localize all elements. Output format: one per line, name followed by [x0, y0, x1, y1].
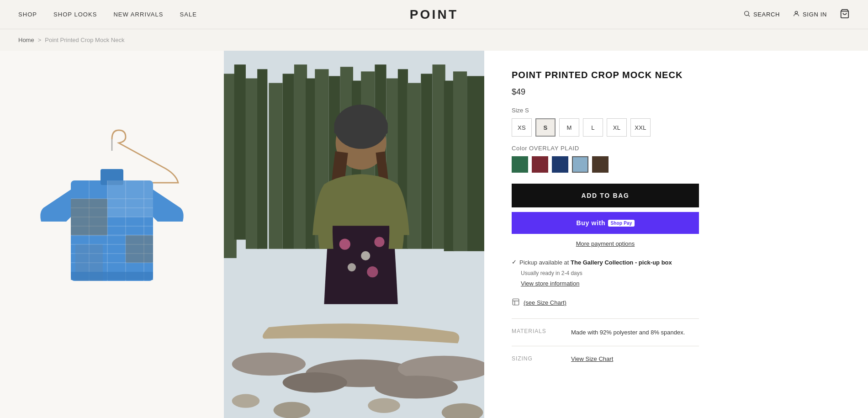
main-content: POINT PRINTED CROP MOCK NECK $49 Size S … [0, 51, 868, 418]
svg-rect-29 [269, 83, 282, 249]
nav-shop[interactable]: SHOP [18, 11, 37, 18]
svg-point-53 [273, 402, 310, 418]
swatch-navy[interactable] [552, 156, 568, 173]
search-button[interactable]: SEARCH [743, 10, 780, 19]
size-xs[interactable]: XS [512, 118, 532, 137]
color-swatches [512, 156, 699, 173]
size-label: Size S [512, 107, 699, 114]
svg-rect-31 [294, 64, 307, 249]
svg-rect-41 [407, 83, 421, 249]
svg-point-2 [795, 11, 797, 14]
selected-color-label: OVERLAY PLAID [529, 145, 579, 152]
cart-button[interactable] [840, 9, 850, 21]
user-icon [793, 10, 800, 19]
svg-point-59 [339, 239, 350, 250]
swatch-burgundy[interactable] [532, 156, 548, 173]
search-icon [743, 10, 751, 19]
svg-point-50 [283, 372, 347, 392]
product-price: $49 [512, 87, 699, 97]
size-xl[interactable]: XL [607, 118, 627, 137]
svg-rect-58 [334, 122, 388, 133]
buy-with-label: Buy with [576, 219, 605, 227]
size-l[interactable]: L [583, 118, 603, 137]
size-s[interactable]: S [535, 118, 556, 137]
sign-in-button[interactable]: SIGN IN [793, 10, 827, 19]
svg-rect-20 [126, 235, 153, 263]
materials-row: MATERIALS Made with 92% polyester and 8%… [512, 328, 699, 337]
navbar: SHOP SHOP LOOKS NEW ARRIVALS SALE POINT … [0, 0, 868, 29]
swatch-dark-brown[interactable] [592, 156, 609, 173]
size-m[interactable]: M [559, 118, 579, 137]
nav-shop-looks[interactable]: SHOP LOOKS [53, 11, 97, 18]
size-options: XS S M L XL XXL [512, 118, 699, 137]
swatch-forest-green[interactable] [512, 156, 528, 173]
svg-rect-26 [234, 64, 246, 239]
svg-rect-44 [444, 81, 454, 251]
product-image-right [224, 51, 484, 418]
view-size-chart-link[interactable]: View Size Chart [571, 355, 613, 362]
svg-point-51 [375, 376, 458, 398]
materials-value: Made with 92% polyester and 8% spandex. [571, 328, 685, 337]
svg-rect-42 [421, 74, 432, 249]
product-panel: POINT PRINTED CROP MOCK NECK $49 Size S … [484, 51, 722, 418]
materials-key: MATERIALS [512, 328, 557, 337]
product-image-left [0, 51, 224, 418]
product-sweater-image [34, 126, 190, 345]
svg-point-52 [232, 394, 260, 408]
selected-size-label: S [525, 107, 529, 114]
shop-pay-button[interactable]: Buy with Shop Pay [512, 212, 699, 234]
size-chart-icon [512, 298, 520, 307]
svg-rect-45 [453, 71, 467, 251]
divider-2 [512, 346, 699, 346]
nav-sale[interactable]: SALE [180, 11, 196, 18]
sign-in-label: SIGN IN [803, 11, 827, 18]
svg-rect-46 [467, 76, 484, 251]
size-xxl[interactable]: XXL [630, 118, 651, 137]
svg-rect-27 [246, 79, 259, 249]
svg-rect-64 [513, 299, 519, 305]
svg-rect-22 [107, 180, 153, 217]
nav-left: SHOP SHOP LOOKS NEW ARRIVALS SALE [18, 11, 197, 18]
pickup-check-icon: ✓ [512, 259, 517, 265]
svg-rect-43 [432, 64, 445, 249]
images-panel [0, 51, 484, 418]
color-section: Color OVERLAY PLAID [512, 145, 699, 173]
pickup-ready-text: Usually ready in 2-4 days [521, 270, 699, 276]
size-chart-text: (see Size Chart) [524, 299, 566, 306]
color-label: Color OVERLAY PLAID [512, 145, 699, 152]
svg-point-0 [745, 11, 749, 16]
nav-new-arrivals[interactable]: NEW ARRIVALS [113, 11, 163, 18]
breadcrumb-home[interactable]: Home [18, 37, 34, 43]
svg-rect-28 [257, 69, 267, 249]
svg-point-54 [368, 398, 400, 413]
more-payment-link[interactable]: More payment options [512, 240, 699, 247]
add-to-bag-button[interactable]: ADD TO BAG [512, 184, 699, 207]
swatch-light-blue[interactable] [572, 156, 588, 173]
svg-point-47 [232, 353, 306, 376]
breadcrumb-current: Point Printed Crop Mock Neck [45, 37, 124, 43]
sizing-key: SIZING [512, 355, 557, 362]
pickup-text: Pickup available at The Gallery Collecti… [519, 258, 672, 267]
svg-point-61 [374, 237, 384, 247]
site-logo[interactable]: POINT [410, 7, 459, 22]
sizing-row: SIZING View Size Chart [512, 355, 699, 362]
pickup-location: The Gallery Collection - pick-up box [571, 259, 672, 266]
svg-rect-19 [71, 199, 107, 235]
svg-line-1 [748, 15, 750, 16]
breadcrumb: Home > Point Printed Crop Mock Neck [0, 29, 868, 51]
search-label: SEARCH [753, 11, 780, 18]
svg-point-62 [348, 263, 356, 271]
product-title: POINT PRINTED CROP MOCK NECK [512, 69, 699, 81]
view-store-link[interactable]: View store information [521, 280, 699, 287]
nav-right: SEARCH SIGN IN [743, 9, 850, 21]
shop-pay-logo: Shop Pay [608, 220, 634, 227]
divider-1 [512, 318, 699, 319]
svg-point-63 [367, 266, 378, 277]
pickup-section: ✓ Pickup available at The Gallery Collec… [512, 258, 699, 267]
size-chart-link[interactable]: (see Size Chart) [512, 298, 699, 307]
svg-point-60 [361, 251, 370, 260]
svg-rect-23 [71, 272, 153, 280]
svg-rect-30 [283, 74, 294, 249]
size-section: Size S XS S M L XL XXL [512, 107, 699, 137]
breadcrumb-separator: > [38, 37, 42, 43]
